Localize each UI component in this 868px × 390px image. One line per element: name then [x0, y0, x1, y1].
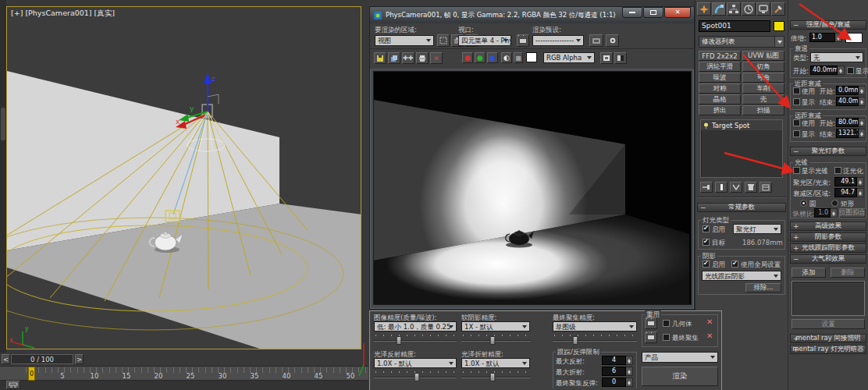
modifier-button[interactable]: 壳 [742, 94, 784, 105]
clear-image-button[interactable]: ✕ [430, 52, 443, 64]
modifier-button[interactable]: 噪波 [699, 73, 741, 83]
aspect-field[interactable]: 1.0 [814, 208, 838, 218]
tab-motion[interactable] [742, 2, 756, 16]
light-color-swatch[interactable] [774, 21, 784, 31]
exclude-button[interactable]: 排除... [745, 283, 781, 292]
modifier-button[interactable]: 晶格 [699, 94, 741, 105]
modifier-button[interactable]: FFD 2x2x2 [699, 51, 741, 61]
maximize-button[interactable] [643, 7, 663, 18]
green-channel-button[interactable]: ● [475, 52, 486, 63]
rollout-atmosphere-effects[interactable]: −大气和效果 [790, 254, 866, 264]
falloff-field[interactable]: 94.7 [834, 188, 864, 197]
final-gather-slider[interactable] [553, 334, 637, 345]
spinner[interactable] [859, 97, 866, 106]
red-channel-button[interactable]: ● [462, 52, 473, 63]
atmosphere-setup-button[interactable]: 设置 [792, 319, 865, 329]
render-preset-dropdown[interactable]: ---------------- [532, 35, 584, 46]
spinner[interactable] [838, 66, 845, 75]
modifier-button[interactable]: 扫描 [742, 105, 784, 115]
rollout-general-params[interactable]: −常规参数 [697, 203, 786, 212]
modifier-button[interactable]: 涡轮平滑 [699, 62, 741, 72]
max-refraction-field[interactable]: 6 [602, 367, 633, 376]
object-name-field[interactable]: Spot001 [699, 20, 770, 32]
copy-image-button[interactable] [388, 52, 400, 64]
modifier-list-dropdown[interactable]: 修改器列表 [699, 36, 784, 48]
edit-region-button[interactable] [437, 34, 450, 47]
multiplier-field[interactable]: 1.0 [809, 33, 842, 42]
modifier-button[interactable]: 挤出 [699, 105, 741, 115]
spinner[interactable] [626, 356, 633, 365]
blue-channel-button[interactable]: ● [487, 52, 498, 63]
image-precision-slider[interactable] [374, 334, 457, 345]
light-enable-checkbox[interactable] [703, 225, 710, 232]
rollout-spotlight-params[interactable]: −聚光灯参数 [790, 147, 866, 156]
make-unique-icon[interactable] [730, 182, 742, 193]
rollout-advanced-effects[interactable]: +高级效果 [790, 222, 866, 231]
clear-geometry-icon[interactable]: ✕ [706, 317, 713, 326]
rollout-mr-light-shader[interactable]: +mental ray 灯光明暗器 [790, 345, 866, 354]
near-start-field[interactable]: 0.0mm [836, 86, 866, 95]
modifier-stack[interactable]: Target Spot [700, 119, 783, 178]
spinner[interactable] [831, 208, 838, 218]
spinner[interactable] [859, 118, 866, 127]
key-filter-icon[interactable] [6, 381, 20, 389]
save-image-button[interactable] [374, 52, 386, 64]
pin-stack-icon[interactable] [700, 182, 713, 193]
final-gather-checkbox[interactable] [663, 334, 670, 341]
render-button[interactable]: 渲染 [642, 367, 718, 386]
spinner[interactable] [857, 188, 864, 197]
spinner[interactable] [859, 86, 866, 95]
bitmap-fit-button[interactable]: 位图拟合 [839, 208, 866, 218]
show-end-result-icon[interactable] [715, 182, 727, 193]
decay-start-field[interactable]: 40.0mm [810, 66, 845, 75]
spinner[interactable] [857, 177, 864, 186]
area-to-render-dropdown[interactable]: 视图 [375, 35, 434, 46]
shadow-enable-checkbox[interactable] [703, 261, 710, 268]
minimize-button[interactable] [622, 7, 642, 18]
remove-modifier-icon[interactable] [745, 182, 757, 193]
viewport-lock-button[interactable] [517, 34, 529, 47]
decay-show-checkbox[interactable] [847, 67, 854, 74]
spinner[interactable] [835, 33, 842, 42]
lock-geometry-button[interactable] [645, 317, 657, 329]
soft-shadow-slider[interactable] [461, 334, 530, 345]
glossy-refraction-slider[interactable] [461, 370, 530, 381]
stack-item-target-spot[interactable]: Target Spot [701, 120, 782, 130]
shadow-type-dropdown[interactable]: 光线跟踪阴影 [702, 271, 781, 281]
hotspot-field[interactable]: 49.1 [834, 177, 864, 186]
atmosphere-list[interactable] [792, 281, 865, 316]
rollout-intensity[interactable]: −强度/颜色/衰减 [790, 20, 866, 30]
modifier-button[interactable]: 车削 [742, 83, 784, 94]
far-start-field[interactable]: 80.0mm [836, 118, 866, 127]
fg-bounce-field[interactable]: 0 [602, 378, 633, 387]
show-cone-checkbox[interactable] [793, 167, 800, 174]
circle-radio[interactable] [800, 200, 807, 207]
clone-window-button[interactable]: ✚✚ [402, 52, 414, 64]
tab-modify[interactable] [712, 2, 726, 16]
render-mode-dropdown[interactable]: 产品 [642, 352, 718, 363]
close-button[interactable]: ✕ [664, 7, 691, 18]
decay-type-dropdown[interactable]: 无 [810, 52, 863, 62]
target-checkbox[interactable] [703, 239, 710, 246]
window-titlebar[interactable]: PhysCamera001, 帧 0, 显示 Gamma: 2.2, RGBA … [370, 7, 694, 23]
modifier-button[interactable]: 对称 [699, 83, 741, 94]
lock-final-gather-button[interactable] [645, 332, 657, 343]
spinner[interactable] [626, 378, 633, 387]
compare-button[interactable] [614, 52, 627, 64]
far-use-checkbox[interactable] [793, 119, 800, 126]
far-end-field[interactable]: 1321.72 [836, 129, 866, 138]
modifier-button[interactable]: 切角 [742, 62, 784, 72]
viewport-label[interactable]: [+] [PhysCamera001] [真实] [11, 9, 115, 17]
max-reflection-field[interactable]: 4 [602, 356, 633, 365]
rollout-mr-indirect[interactable]: +mental ray 间接照明 [790, 334, 866, 343]
multiplier-color-swatch[interactable] [845, 33, 863, 43]
timeline[interactable]: 5 10 15 20 25 30 35 40 45 50 0 [0, 366, 368, 381]
modifier-button[interactable]: 弯曲 [742, 73, 784, 83]
overshoot-checkbox[interactable] [834, 167, 841, 174]
layer-button[interactable] [600, 52, 613, 64]
atmosphere-add-button[interactable]: 添加 [792, 268, 826, 278]
side-tab[interactable] [1, 108, 5, 140]
rollout-shadow-params[interactable]: +阴影参数 [790, 232, 866, 242]
render-setup-button[interactable] [589, 34, 603, 47]
camera-viewport[interactable]: z y x x y [6, 6, 361, 349]
